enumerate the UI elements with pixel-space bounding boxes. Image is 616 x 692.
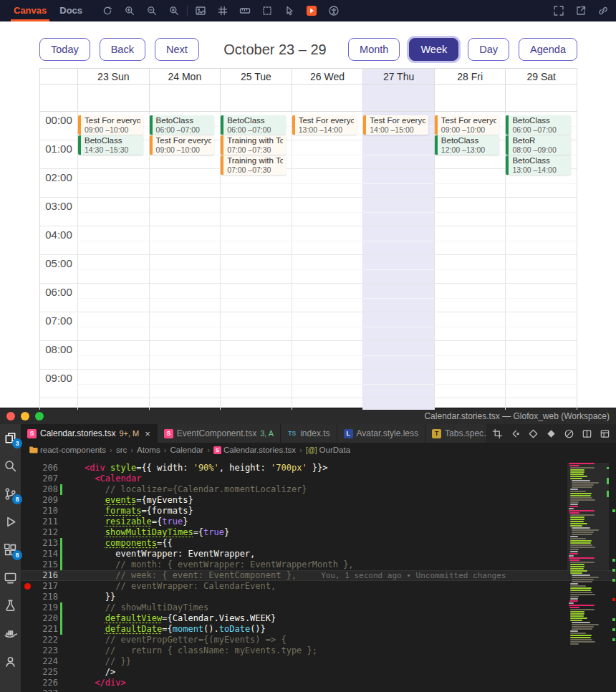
line-number[interactable]: 208 xyxy=(34,484,58,495)
breadcrumb-item[interactable]: Atoms xyxy=(137,446,160,454)
time-slot[interactable] xyxy=(220,226,292,254)
time-slot[interactable] xyxy=(220,341,292,369)
time-slot[interactable] xyxy=(362,226,434,254)
calendar-event[interactable]: BetoClass06:00 –07:00 xyxy=(506,115,571,135)
time-slot[interactable] xyxy=(292,198,363,226)
disable-icon[interactable] xyxy=(564,428,574,439)
breadcrumb-item[interactable]: Calendar xyxy=(170,446,204,454)
allday-cell[interactable] xyxy=(434,85,506,111)
line-number[interactable]: 219 xyxy=(34,602,58,613)
time-slot[interactable] xyxy=(362,140,434,168)
time-slot[interactable] xyxy=(434,198,506,226)
breakpoint-gutter[interactable] xyxy=(21,516,34,527)
time-slot[interactable] xyxy=(434,169,506,197)
calendar-event[interactable]: BetoClass06:00 –07:00 xyxy=(150,115,215,135)
code-line[interactable]: 223 // return { className: myEvents.type… xyxy=(21,645,616,656)
close-tab-icon[interactable]: × xyxy=(145,428,150,439)
overview-ruler[interactable] xyxy=(611,457,616,692)
diamond-filled-icon[interactable] xyxy=(546,428,557,439)
line-number[interactable]: 214 xyxy=(34,549,58,559)
fullscreen-icon[interactable] xyxy=(553,5,564,16)
time-slot[interactable] xyxy=(77,226,149,254)
account-icon[interactable] xyxy=(4,655,17,668)
time-slot[interactable] xyxy=(362,398,434,410)
remote-icon[interactable] xyxy=(4,571,17,585)
time-slot[interactable] xyxy=(220,198,292,226)
time-slot[interactable] xyxy=(362,255,434,283)
storybook-tab-docs[interactable]: Docs xyxy=(53,0,89,21)
extensions-icon[interactable]: 8 xyxy=(4,543,17,557)
time-slot[interactable] xyxy=(505,226,577,254)
code-line[interactable]: 212 showMultiDayTimes={true} xyxy=(21,527,616,538)
view-button-month[interactable]: Month xyxy=(348,38,400,61)
close-window-button[interactable] xyxy=(6,412,15,421)
code-line[interactable]: 214 eventWrapper: EventWrapper, xyxy=(21,549,616,559)
code-line[interactable]: 227 xyxy=(21,688,616,692)
code-line[interactable]: 221 defaultDate={moment().toDate()} xyxy=(21,624,616,635)
time-slot[interactable] xyxy=(149,398,221,410)
time-slot[interactable] xyxy=(149,255,221,283)
time-slot[interactable] xyxy=(434,312,506,340)
code-line[interactable]: 216 // week: { event: EventComponent },Y… xyxy=(21,570,616,581)
line-number[interactable]: 225 xyxy=(34,667,58,678)
breakpoint-gutter[interactable] xyxy=(21,581,34,592)
breakpoint-gutter[interactable] xyxy=(21,570,34,581)
code-text[interactable]: </div> xyxy=(64,678,616,688)
code-line[interactable]: 219 // showMultiDayTimes xyxy=(21,602,616,613)
line-number[interactable]: 210 xyxy=(34,506,58,516)
breakpoint-gutter[interactable] xyxy=(21,463,34,474)
calendar-event[interactable]: Test For everyor09:00 –10:00 xyxy=(78,115,143,135)
time-slot[interactable] xyxy=(292,255,363,283)
time-slot[interactable] xyxy=(505,198,577,226)
time-slot[interactable] xyxy=(220,284,292,312)
line-number[interactable]: 211 xyxy=(34,516,58,527)
breakpoint-gutter[interactable] xyxy=(21,495,34,506)
code-text[interactable]: events={myEvents} xyxy=(64,495,616,506)
line-number[interactable]: 217 xyxy=(34,581,58,592)
time-slot[interactable] xyxy=(434,370,506,398)
allday-cell[interactable] xyxy=(77,85,149,111)
time-slot[interactable] xyxy=(362,370,434,398)
breakpoint-gutter[interactable] xyxy=(21,474,34,484)
zoom-in-icon[interactable] xyxy=(124,5,135,16)
docker-icon[interactable] xyxy=(4,627,17,640)
story-addon-icon[interactable] xyxy=(306,5,317,16)
code-text[interactable]: // eventPropGetter={(myEvents) => { xyxy=(64,635,616,645)
time-slot[interactable] xyxy=(292,398,363,410)
back-button[interactable]: Back xyxy=(100,38,145,61)
code-text[interactable]: // week: { event: EventComponent },You, … xyxy=(64,570,616,581)
time-slot[interactable] xyxy=(292,370,363,398)
time-slot[interactable] xyxy=(77,312,149,340)
refresh-icon[interactable] xyxy=(102,5,113,16)
calendar-event[interactable]: BetoR08:00 –09:00 xyxy=(506,135,571,155)
code-line[interactable]: 209 events={myEvents} xyxy=(21,495,616,506)
code-editor[interactable]: 206 <div style={{ width: '90%', height: … xyxy=(21,457,616,692)
calendar-event[interactable]: Test For everyor09:00 –10:00 xyxy=(435,115,500,135)
time-slot[interactable] xyxy=(292,312,363,340)
time-slot[interactable] xyxy=(505,284,577,312)
breakpoint-gutter[interactable] xyxy=(21,667,34,678)
line-number[interactable]: 227 xyxy=(34,688,58,692)
breakpoint-gutter[interactable] xyxy=(21,527,34,538)
allday-cell[interactable] xyxy=(220,85,292,111)
time-slot[interactable] xyxy=(149,341,221,369)
calendar-event[interactable]: Training with Tor07:00 –07:30 xyxy=(221,155,286,175)
calendar-event[interactable]: BetoClass12:00 –13:00 xyxy=(435,135,500,155)
calendar-event[interactable]: BetoClass13:00 –14:00 xyxy=(506,155,571,175)
time-slot[interactable] xyxy=(292,284,363,312)
time-slot[interactable] xyxy=(77,169,149,197)
time-slot[interactable] xyxy=(149,226,221,254)
code-text[interactable]: /> xyxy=(64,667,616,678)
code-text[interactable]: // localizer={Calendar.momentLocalizer} xyxy=(64,484,616,495)
code-text[interactable]: defaultDate={moment().toDate()} xyxy=(64,624,616,635)
layout-icon[interactable] xyxy=(600,428,610,439)
time-slot[interactable] xyxy=(505,370,577,398)
grid-icon[interactable] xyxy=(217,5,228,16)
editor-tab[interactable]: SCalendar.stories.tsx 9+, M× xyxy=(21,424,158,443)
breakpoint-gutter[interactable] xyxy=(21,635,34,645)
calendar-event[interactable]: Training with Tor07:00 –07:30 xyxy=(221,135,286,155)
code-line[interactable]: 218 }} xyxy=(21,592,616,602)
breadcrumb-item[interactable]: react-components xyxy=(29,445,106,456)
breakpoint-gutter[interactable] xyxy=(21,559,34,570)
allday-cell[interactable] xyxy=(292,85,363,111)
